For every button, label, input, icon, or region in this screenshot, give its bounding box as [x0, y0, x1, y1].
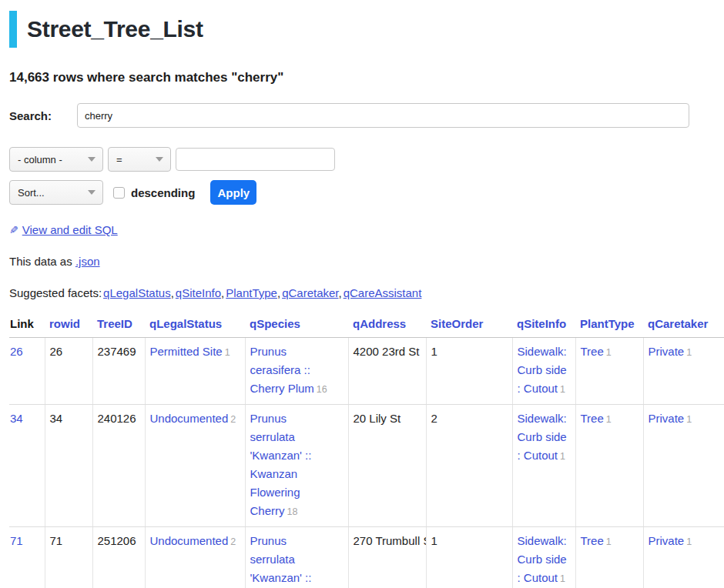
cell-plant-type-link[interactable]: Tree [581, 534, 604, 547]
facets-prefix: Suggested facets: [9, 286, 102, 299]
sort-select[interactable]: Sort... [9, 180, 103, 205]
filter-row: - column - = [9, 147, 724, 172]
column-header-qsiteinfo[interactable]: qSiteInfo [517, 317, 566, 330]
facet-count: 1 [225, 347, 230, 358]
cell-plant-type-link[interactable]: Tree [581, 412, 604, 425]
facet-count: 2 [230, 414, 236, 425]
sql-line: ✎View and edit SQL [9, 223, 724, 236]
accent-bar [9, 11, 17, 48]
cell-address: 20 Lily St [348, 405, 426, 527]
cell-species-link[interactable]: Prunus cerasifera :: Cherry Plum [250, 345, 314, 395]
facet-count: 1 [560, 451, 565, 462]
cell-caretaker-link[interactable]: Private [649, 534, 685, 547]
cell-legal-status-link[interactable]: Undocumented [150, 534, 229, 547]
cell-site-order: 1 [426, 338, 512, 405]
column-select-value: - column - [18, 154, 62, 165]
cell-rowid: 26 [45, 338, 92, 405]
cell-rowid: 34 [45, 405, 92, 527]
results-table: Link rowid TreeID qLegalStatus qSpecies … [9, 316, 724, 588]
cell-treeid: 237469 [92, 338, 145, 405]
cell-legal-status-link[interactable]: Undocumented [150, 412, 229, 425]
facet-link-qcareassistant[interactable]: qCareAssistant [344, 286, 422, 299]
pencil-icon: ✎ [9, 224, 18, 236]
sort-row: Sort... descending Apply [9, 180, 724, 205]
search-row: Search: [9, 103, 724, 128]
facet-count: 1 [686, 414, 692, 425]
descending-checkbox[interactable] [113, 187, 125, 199]
facet-count: 2 [230, 536, 236, 547]
column-header-qaddress[interactable]: qAddress [353, 317, 406, 330]
cell-site-order: 1 [426, 527, 512, 588]
facet-link-planttype[interactable]: PlantType [226, 286, 277, 299]
chevron-down-icon [156, 157, 163, 162]
cell-caretaker-link[interactable]: Private [649, 345, 685, 358]
column-header-rowid[interactable]: rowid [49, 317, 80, 330]
json-link[interactable]: .json [75, 255, 100, 268]
sort-select-value: Sort... [18, 187, 45, 199]
page-title: Street_Tree_List [27, 16, 203, 42]
facet-count: 1 [606, 347, 612, 358]
operator-select[interactable]: = [108, 147, 171, 172]
column-header-qcaretaker[interactable]: qCaretaker [648, 317, 708, 330]
search-input[interactable] [77, 103, 689, 128]
column-header-planttype[interactable]: PlantType [580, 317, 635, 330]
cell-treeid: 251206 [92, 527, 145, 588]
cell-caretaker-link[interactable]: Private [649, 412, 685, 425]
table-row: 26 26 237469 Permitted Site1 Prunus cera… [9, 338, 724, 405]
apply-button[interactable]: Apply [210, 180, 256, 205]
data-as-prefix: This data as [9, 255, 72, 268]
operator-select-value: = [116, 154, 122, 165]
facet-count: 1 [606, 414, 612, 425]
column-header-qlegalstatus[interactable]: qLegalStatus [149, 317, 222, 330]
facet-link-qsiteinfo[interactable]: qSiteInfo [176, 286, 221, 299]
cell-species-link[interactable]: Prunus serrulata 'Kwanzan' :: Kwanzan Fl… [250, 412, 312, 517]
cell-plant-type-link[interactable]: Tree [581, 345, 604, 358]
cell-address: 270 Trumbull St [348, 527, 426, 588]
facet-count: 16 [317, 384, 327, 395]
column-header-treeid[interactable]: TreeID [97, 317, 132, 330]
cell-rowid: 71 [45, 527, 92, 588]
row-link[interactable]: 26 [10, 345, 23, 358]
facet-link-qlegalstatus[interactable]: qLegalStatus [103, 286, 171, 299]
facet-count: 1 [560, 384, 565, 395]
cell-treeid: 240126 [92, 405, 145, 527]
table-row: 71 71 251206 Undocumented2 Prunus serrul… [9, 527, 724, 588]
facet-count: 18 [287, 506, 298, 517]
search-label: Search: [9, 109, 77, 122]
row-link[interactable]: 34 [10, 412, 23, 425]
facet-link-qcaretaker[interactable]: qCaretaker [282, 286, 338, 299]
suggested-facets-line: Suggested facets:qLegalStatus,qSiteInfo,… [9, 286, 724, 299]
chevron-down-icon [88, 190, 96, 195]
table-row: 34 34 240126 Undocumented2 Prunus serrul… [9, 405, 724, 527]
table-header-row: Link rowid TreeID qLegalStatus qSpecies … [9, 316, 724, 338]
row-link[interactable]: 71 [10, 534, 23, 547]
cell-species-link[interactable]: Prunus serrulata 'Kwanzan' :: Kwanzan Fl… [250, 534, 312, 588]
data-export-line: This data as .json [9, 255, 724, 268]
cell-legal-status-link[interactable]: Permitted Site [150, 345, 223, 358]
cell-address: 4200 23rd St [348, 338, 426, 405]
column-select[interactable]: - column - [9, 147, 103, 172]
column-header-qspecies[interactable]: qSpecies [250, 317, 300, 330]
page: Street_Tree_List 14,663 rows where searc… [0, 0, 724, 588]
descending-label: descending [131, 186, 195, 199]
facet-count: 1 [686, 536, 692, 547]
facet-count: 1 [606, 536, 612, 547]
column-header-siteorder[interactable]: SiteOrder [431, 317, 483, 330]
titlebar: Street_Tree_List [9, 11, 724, 48]
facet-count: 1 [686, 347, 692, 358]
chevron-down-icon [88, 157, 96, 162]
column-header-link: Link [9, 316, 45, 338]
cell-site-order: 2 [426, 405, 512, 527]
row-count-summary: 14,663 rows where search matches "cherry… [9, 70, 724, 85]
filter-value-input[interactable] [176, 148, 335, 171]
facet-count: 1 [560, 573, 565, 584]
view-edit-sql-link[interactable]: View and edit SQL [22, 223, 118, 236]
